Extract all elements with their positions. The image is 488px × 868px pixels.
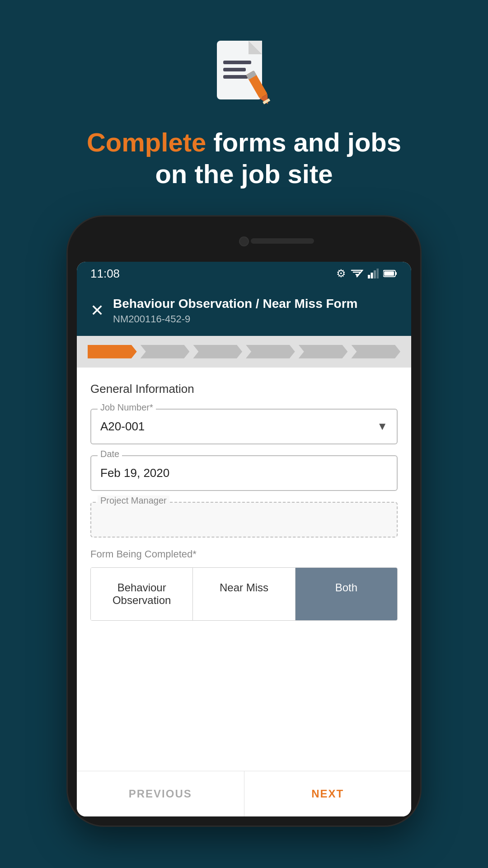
date-value[interactable]: Feb 19, 2020 — [91, 456, 397, 490]
svg-rect-5 — [223, 75, 248, 79]
form-title: Behaviour Observation / Near Miss Form — [113, 296, 398, 311]
app-icon — [208, 36, 280, 108]
wifi-icon — [351, 269, 363, 278]
status-bar: 11:08 ⚙ — [77, 262, 411, 285]
phone-mockup: 11:08 ⚙ — [68, 217, 420, 826]
svg-rect-10 — [368, 275, 370, 278]
form-being-completed-label: Form Being Completed* — [90, 548, 398, 560]
signal-icon — [368, 269, 379, 278]
top-section: Complete forms and jobs on the job site — [0, 0, 488, 189]
date-label: Date — [98, 449, 122, 459]
progress-step-4 — [246, 345, 295, 359]
svg-rect-12 — [374, 270, 376, 278]
job-number-label: Job Number* — [98, 402, 156, 413]
svg-rect-15 — [395, 272, 397, 275]
section-title: General Information — [90, 382, 398, 396]
svg-rect-16 — [384, 271, 394, 276]
phone-camera — [239, 236, 249, 246]
phone-notch — [77, 226, 411, 262]
job-number-value[interactable]: A20-001 ▼ — [91, 410, 397, 443]
svg-rect-11 — [371, 273, 373, 278]
job-number-field[interactable]: Job Number* A20-001 ▼ — [90, 409, 398, 444]
settings-icon: ⚙ — [336, 267, 346, 280]
phone-speaker — [251, 238, 314, 244]
close-button[interactable]: ✕ — [90, 302, 104, 319]
progress-step-1 — [88, 345, 137, 359]
tagline-line2: on the job site — [155, 159, 333, 189]
svg-rect-13 — [377, 269, 379, 278]
bottom-nav: PREVIOUS NEXT — [77, 771, 411, 816]
toggle-behaviour-observation[interactable]: Behaviour Observation — [91, 568, 193, 620]
progress-step-3 — [193, 345, 242, 359]
form-type-toggle[interactable]: Behaviour Observation Near Miss Both — [90, 567, 398, 621]
app-header: ✕ Behaviour Observation / Near Miss Form… — [77, 285, 411, 336]
project-manager-label: Project Manager — [98, 495, 169, 506]
status-time: 11:08 — [90, 267, 120, 281]
date-field[interactable]: Date Feb 19, 2020 — [90, 455, 398, 491]
tagline-rest: forms and jobs — [206, 127, 401, 157]
project-manager-field[interactable]: Project Manager — [90, 502, 398, 538]
previous-button[interactable]: PREVIOUS — [77, 771, 244, 816]
svg-rect-4 — [223, 68, 246, 71]
form-content: General Information Job Number* A20-001 … — [77, 368, 411, 635]
dropdown-icon: ▼ — [377, 420, 388, 433]
header-text: Behaviour Observation / Near Miss Form N… — [113, 296, 398, 325]
progress-step-6 — [351, 345, 400, 359]
progress-step-5 — [299, 345, 348, 359]
battery-icon — [383, 269, 398, 278]
status-icons: ⚙ — [336, 267, 398, 280]
form-id: NM200116-452-9 — [113, 313, 398, 325]
next-button[interactable]: NEXT — [244, 771, 412, 816]
phone-outer: 11:08 ⚙ — [68, 217, 420, 826]
svg-rect-3 — [223, 61, 251, 64]
toggle-near-miss[interactable]: Near Miss — [193, 568, 295, 620]
toggle-both[interactable]: Both — [296, 568, 397, 620]
progress-step-2 — [141, 345, 190, 359]
form-empty-space — [77, 635, 411, 771]
phone-screen: 11:08 ⚙ — [77, 262, 411, 816]
form-being-completed-section: Form Being Completed* Behaviour Observat… — [90, 548, 398, 621]
tagline: Complete forms and jobs on the job site — [60, 127, 428, 189]
tagline-highlight: Complete — [87, 127, 206, 157]
project-manager-value[interactable] — [91, 503, 397, 537]
progress-bar — [77, 336, 411, 368]
